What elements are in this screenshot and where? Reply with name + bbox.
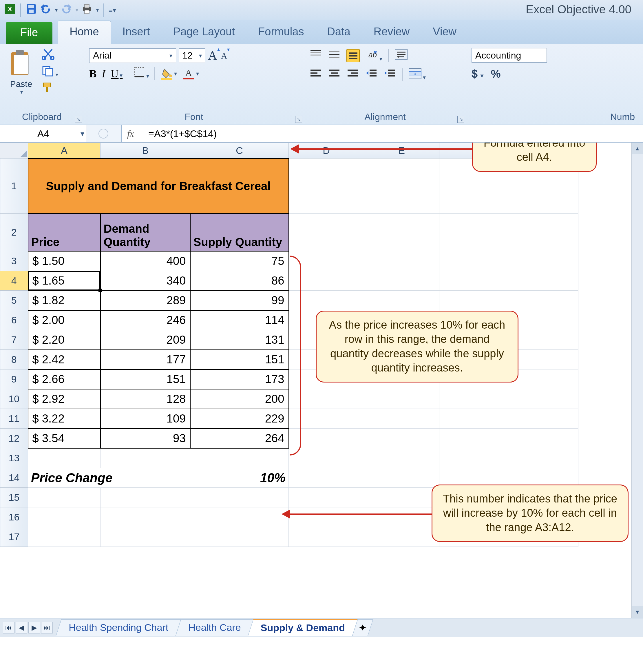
cell-B3[interactable]: 400 (100, 251, 190, 271)
row-header-14[interactable]: 14 (0, 468, 28, 488)
cell[interactable] (503, 291, 579, 310)
cell[interactable] (364, 214, 439, 251)
formula-input[interactable]: fx =A3*(1+$C$14) (122, 125, 643, 142)
redo-icon[interactable] (61, 3, 72, 17)
col-header-C[interactable]: C (190, 143, 289, 158)
decrease-indent-icon[interactable] (365, 68, 378, 82)
scroll-down-icon[interactable]: ▾ (632, 606, 643, 618)
cell[interactable] (503, 214, 579, 251)
cell-B10[interactable]: 128 (100, 389, 190, 409)
cell-B6[interactable]: 246 (100, 310, 190, 330)
align-left-icon[interactable] (310, 68, 322, 82)
row-header-12[interactable]: 12 (0, 429, 28, 448)
cell[interactable] (190, 448, 289, 468)
cell[interactable] (289, 158, 364, 214)
cell[interactable] (503, 448, 579, 468)
cell[interactable] (439, 271, 503, 291)
align-middle-icon[interactable] (328, 49, 341, 63)
cell[interactable] (364, 409, 439, 429)
cell[interactable] (28, 488, 100, 507)
cell-C11[interactable]: 229 (190, 409, 289, 429)
header-demand[interactable]: Demand Quantity (100, 214, 190, 251)
cell[interactable] (364, 429, 439, 448)
shrink-font-icon[interactable]: A▾ (221, 50, 230, 65)
select-all-corner[interactable] (0, 143, 28, 158)
cell[interactable] (503, 271, 579, 291)
increase-indent-icon[interactable] (384, 68, 396, 82)
cell-A10[interactable]: $ 2.92 (28, 389, 100, 409)
row-header-6[interactable]: 6 (0, 310, 28, 330)
cell[interactable] (364, 389, 439, 409)
cell[interactable] (190, 488, 289, 507)
cell[interactable] (190, 527, 289, 547)
cell-B9[interactable]: 151 (100, 370, 190, 389)
cell[interactable] (289, 488, 364, 507)
row-header-17[interactable]: 17 (0, 527, 28, 547)
cell-C9[interactable]: 173 (190, 370, 289, 389)
cell[interactable] (100, 527, 190, 547)
row-header-16[interactable]: 16 (0, 507, 28, 527)
cell[interactable] (289, 527, 364, 547)
paste-button[interactable]: Paste ▾ (5, 48, 37, 95)
col-header-B[interactable]: B (100, 143, 190, 158)
cell-A8[interactable]: $ 2.42 (28, 350, 100, 370)
cell[interactable] (364, 488, 439, 507)
align-center-icon[interactable] (328, 68, 341, 82)
tab-page-layout[interactable]: Page Layout (162, 21, 246, 44)
row-header-2[interactable]: 2 (0, 214, 28, 251)
file-tab[interactable]: File (6, 22, 52, 44)
bold-button[interactable]: B (89, 67, 96, 80)
scroll-up-icon[interactable]: ▴ (632, 143, 643, 154)
underline-button[interactable]: U▾ (111, 67, 122, 80)
font-dialog-launcher[interactable]: ↘ (295, 116, 302, 123)
cell-A11[interactable]: $ 3.22 (28, 409, 100, 429)
cell[interactable] (364, 448, 439, 468)
tab-nav-last-icon[interactable]: ⏭ (41, 622, 53, 634)
print-dropdown[interactable]: ▾ (96, 7, 99, 13)
borders-button[interactable]: ▾ (134, 67, 149, 81)
row-header-5[interactable]: 5 (0, 291, 28, 310)
cell-A3[interactable]: $ 1.50 (28, 251, 100, 271)
cut-icon[interactable] (41, 48, 58, 62)
cell[interactable] (439, 429, 503, 448)
wrap-text-button[interactable] (395, 49, 408, 63)
row-header-7[interactable]: 7 (0, 330, 28, 350)
row-header-10[interactable]: 10 (0, 389, 28, 409)
cell-A6[interactable]: $ 2.00 (28, 310, 100, 330)
font-size-selector[interactable]: 12 ▾ (179, 48, 205, 63)
name-box[interactable]: A4 ▾ (0, 125, 87, 142)
percent-format-button[interactable]: % (491, 68, 501, 80)
row-header-3[interactable]: 3 (0, 251, 28, 271)
row-header-4[interactable]: 4 (0, 271, 28, 291)
cell[interactable] (100, 488, 190, 507)
fill-color-button[interactable]: ▾ (160, 67, 177, 80)
align-top-icon[interactable] (310, 49, 322, 63)
cell[interactable] (439, 389, 503, 409)
cell-C10[interactable]: 200 (190, 389, 289, 409)
row-header-8[interactable]: 8 (0, 350, 28, 370)
col-header-D[interactable]: D (289, 143, 364, 158)
cell-A9[interactable]: $ 2.66 (28, 370, 100, 389)
row-header-1[interactable]: 1 (0, 158, 28, 214)
cell[interactable] (364, 251, 439, 271)
cell[interactable] (439, 251, 503, 271)
cell[interactable] (503, 251, 579, 271)
col-header-A[interactable]: A (28, 143, 100, 158)
format-painter-icon[interactable] (41, 82, 58, 96)
cell[interactable] (100, 448, 190, 468)
tab-nav-first-icon[interactable]: ⏮ (3, 622, 14, 634)
cell-B8[interactable]: 177 (100, 350, 190, 370)
cell[interactable] (100, 507, 190, 527)
save-icon[interactable] (25, 3, 37, 17)
cell[interactable] (439, 448, 503, 468)
cell[interactable] (28, 448, 100, 468)
cell[interactable] (503, 389, 579, 409)
cell[interactable] (364, 527, 439, 547)
sheet-tab-active[interactable]: Supply & Demand (248, 619, 358, 636)
cell-C4[interactable]: 86 (190, 271, 289, 291)
cell[interactable] (439, 291, 503, 310)
row-header-11[interactable]: 11 (0, 409, 28, 429)
merge-center-button[interactable]: a▾ (409, 68, 426, 82)
number-format-selector[interactable]: Accounting (472, 48, 547, 63)
col-header-E[interactable]: E (364, 143, 439, 158)
